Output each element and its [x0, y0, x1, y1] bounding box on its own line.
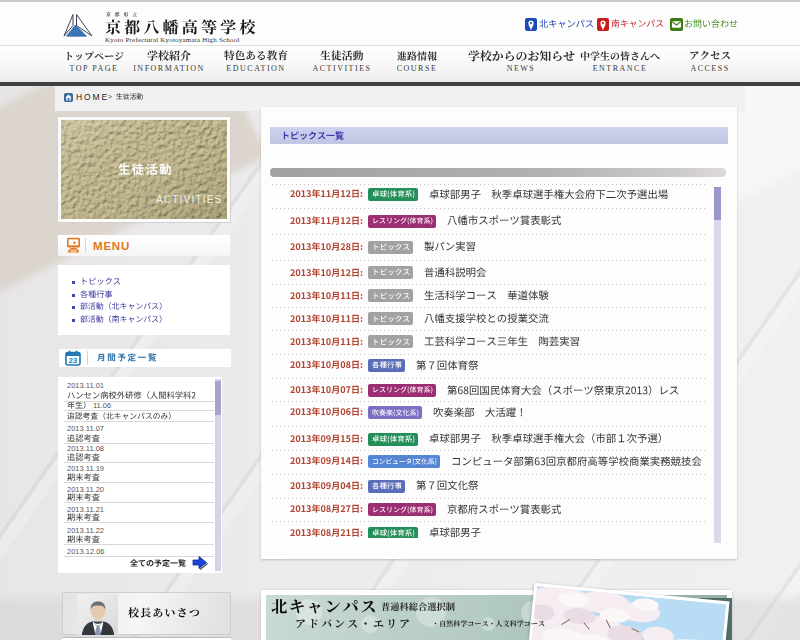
- svg-text:23: 23: [69, 356, 77, 365]
